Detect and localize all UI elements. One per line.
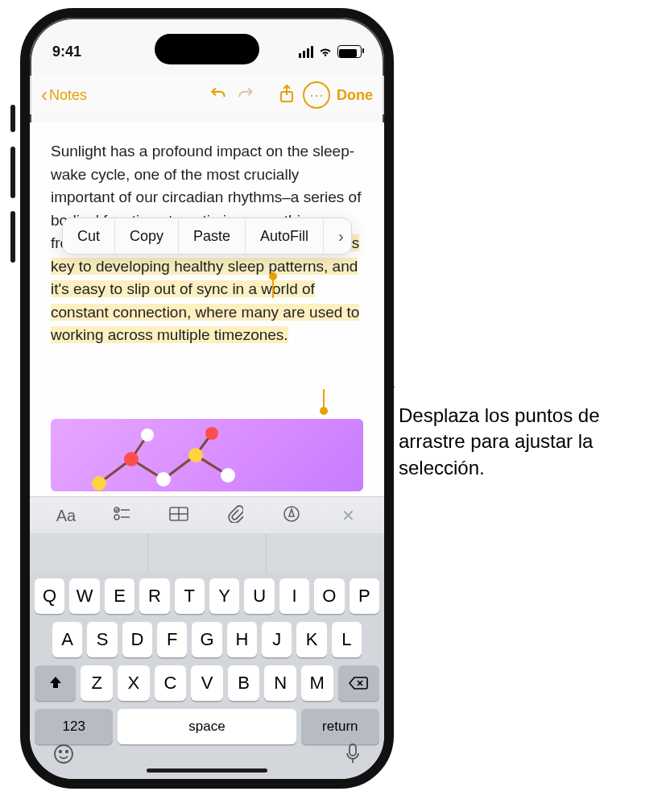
key-u[interactable]: U (244, 578, 274, 614)
key-space[interactable]: space (118, 709, 296, 744)
svg-point-8 (124, 452, 139, 466)
back-button[interactable]: ‹ Notes (41, 85, 87, 105)
suggestion-slot-1[interactable] (30, 533, 147, 572)
chevron-right-icon: › (338, 227, 344, 246)
chevron-left-icon: ‹ (41, 85, 48, 105)
close-format-icon[interactable]: ✕ (334, 506, 362, 525)
selection-handle-end[interactable] (320, 407, 328, 415)
note-inline-image[interactable] (51, 419, 363, 491)
suggestion-slot-3[interactable] (266, 533, 384, 572)
key-o[interactable]: O (314, 578, 344, 614)
svg-point-16 (114, 515, 119, 520)
battery-icon (337, 45, 362, 58)
key-q[interactable]: Q (35, 578, 64, 614)
status-time: 9:41 (52, 44, 81, 60)
redo-button[interactable] (235, 83, 256, 108)
silence-switch[interactable] (10, 105, 15, 132)
volume-up-button[interactable] (10, 147, 15, 198)
back-label: Notes (49, 87, 87, 104)
suggestion-slot-2[interactable] (147, 533, 266, 572)
key-j[interactable]: J (262, 622, 292, 657)
key-m[interactable]: M (301, 665, 333, 701)
more-button[interactable]: ⋯ (303, 81, 330, 109)
svg-point-13 (205, 427, 218, 440)
selection-handle-start[interactable] (269, 272, 277, 280)
volume-down-button[interactable] (10, 211, 15, 263)
svg-rect-27 (350, 744, 356, 756)
share-button[interactable] (277, 83, 296, 108)
done-button[interactable]: Done (337, 87, 373, 104)
wifi-icon (318, 46, 333, 57)
svg-point-11 (221, 468, 235, 483)
key-shift[interactable] (35, 665, 76, 701)
key-delete[interactable] (338, 665, 379, 701)
text-context-menu: Cut Copy Paste AutoFill › (62, 218, 352, 255)
key-n[interactable]: N (264, 665, 296, 701)
note-text-before: Sunlight has a profound impact on the sl… (51, 143, 361, 205)
status-bar: 9:41 (30, 35, 384, 68)
key-z[interactable]: Z (81, 665, 113, 701)
text-format-icon[interactable]: Aa (52, 507, 80, 525)
undo-button[interactable] (208, 83, 229, 108)
key-d[interactable]: D (122, 622, 152, 657)
keyboard-suggestion-bar (30, 533, 384, 572)
key-f[interactable]: F (157, 622, 187, 657)
iphone-frame: 9:41 ‹ Notes (20, 8, 394, 789)
ellipsis-icon: ⋯ (309, 86, 324, 104)
markup-icon[interactable] (278, 505, 305, 527)
key-s[interactable]: S (87, 622, 117, 657)
svg-point-7 (92, 476, 106, 491)
key-return[interactable]: return (301, 709, 379, 744)
nav-bar: ‹ Notes ⋯ Done (30, 76, 384, 114)
context-more[interactable]: › (323, 218, 352, 254)
dictation-button[interactable] (344, 743, 362, 771)
svg-point-9 (156, 472, 171, 487)
cellular-signal-icon (299, 46, 313, 58)
key-t[interactable]: T (175, 578, 205, 614)
key-g[interactable]: G (192, 622, 221, 657)
key-v[interactable]: V (191, 665, 223, 701)
key-r[interactable]: R (139, 578, 169, 614)
key-c[interactable]: C (155, 665, 187, 701)
emoji-button[interactable] (52, 743, 75, 771)
format-toolbar: Aa ✕ (30, 496, 384, 535)
svg-point-12 (141, 429, 154, 441)
checklist-icon[interactable] (109, 506, 136, 526)
key-y[interactable]: Y (209, 578, 239, 614)
svg-point-25 (60, 750, 62, 752)
context-autofill[interactable]: AutoFill (245, 218, 323, 254)
onscreen-keyboard: Q W E R T Y U I O P A S D F G H J K L (30, 572, 384, 779)
key-e[interactable]: E (105, 578, 134, 614)
svg-point-10 (188, 448, 203, 462)
home-indicator[interactable] (147, 768, 267, 773)
key-k[interactable]: K (296, 622, 326, 657)
svg-point-24 (55, 745, 72, 763)
key-p[interactable]: P (350, 578, 379, 614)
key-numbers[interactable]: 123 (35, 709, 113, 744)
context-copy[interactable]: Copy (114, 218, 178, 254)
context-paste[interactable]: Paste (178, 218, 245, 254)
table-icon[interactable] (165, 507, 192, 525)
key-b[interactable]: B (228, 665, 260, 701)
svg-point-26 (66, 750, 68, 752)
key-h[interactable]: H (227, 622, 257, 657)
context-cut[interactable]: Cut (63, 218, 114, 254)
key-w[interactable]: W (69, 578, 99, 614)
callout-text: Desplaza los puntos de arrastre para aju… (399, 403, 648, 481)
attachment-icon[interactable] (221, 505, 249, 527)
key-x[interactable]: X (118, 665, 150, 701)
key-i[interactable]: I (279, 578, 309, 614)
key-a[interactable]: A (52, 622, 82, 657)
key-l[interactable]: L (332, 622, 362, 657)
